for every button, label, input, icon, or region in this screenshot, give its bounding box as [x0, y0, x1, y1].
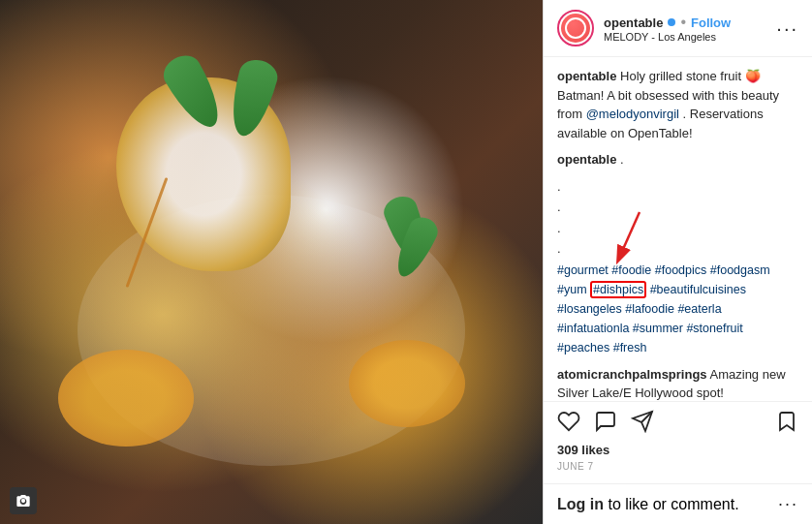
- comment-button[interactable]: [594, 410, 617, 437]
- verified-badge: [668, 18, 675, 26]
- post-header: opentable • Follow MELODY - Los Angeles …: [544, 0, 812, 57]
- separator: •: [680, 14, 686, 31]
- post-date: JUNE 7: [557, 461, 798, 472]
- dot-line-2: .: [557, 198, 798, 217]
- login-link[interactable]: Log in: [557, 496, 604, 512]
- main-caption: opentable Holy grilled stone fruit 🍑 Bat…: [557, 67, 798, 142]
- dot-sep: .: [620, 152, 624, 167]
- login-suffix: to like or comment.: [608, 496, 738, 512]
- hashtag-eaterla[interactable]: #eaterla: [677, 302, 721, 316]
- hashtag-lafoodie[interactable]: #lafoodie: [625, 302, 677, 316]
- actions-bar: 309 likes JUNE 7: [544, 401, 812, 483]
- post-username[interactable]: opentable: [604, 15, 663, 30]
- hashtag-losangeles[interactable]: #losangeles: [557, 302, 625, 316]
- follow-button[interactable]: Follow: [691, 15, 731, 30]
- hashtag-summer[interactable]: #summer: [633, 322, 687, 335]
- dot-line-1: .: [557, 177, 798, 197]
- secondary-username[interactable]: opentable: [557, 152, 616, 167]
- caption-username[interactable]: opentable: [557, 69, 616, 83]
- caption-area: opentable Holy grilled stone fruit 🍑 Bat…: [544, 57, 812, 401]
- hashtag-infatuationla[interactable]: #infatuationla: [557, 322, 633, 335]
- bookmark-button[interactable]: [775, 410, 798, 437]
- post-detail-panel: opentable • Follow MELODY - Los Angeles …: [543, 0, 812, 524]
- dot-line-3: .: [557, 219, 798, 238]
- comment-1-username[interactable]: atomicranchpalmsprings: [557, 367, 707, 382]
- avatar[interactable]: [557, 10, 594, 46]
- hashtag-gourmet[interactable]: #gourmet: [557, 263, 611, 277]
- login-bar: Log in to like or comment. ···: [544, 483, 812, 524]
- hashtag-foodie[interactable]: #foodie: [611, 263, 654, 277]
- login-more-options[interactable]: ···: [778, 494, 798, 514]
- hashtag-stonefruit[interactable]: #stonefruit: [686, 322, 742, 335]
- hashtag-beautifulcuisines[interactable]: #beautifulcuisines: [650, 283, 746, 296]
- hashtag-yum[interactable]: #yum: [557, 283, 590, 296]
- login-text: Log in to like or comment.: [557, 496, 739, 513]
- more-options-button[interactable]: ···: [776, 18, 798, 38]
- comment-1: atomicranchpalmsprings Amazing new Silve…: [557, 365, 798, 402]
- hashtags-block: #gourmet #foodie #foodpics #foodgasm #yu…: [557, 261, 798, 357]
- hashtag-fresh[interactable]: #fresh: [613, 341, 647, 354]
- share-button[interactable]: [631, 410, 654, 437]
- post-location: MELODY - Los Angeles: [604, 31, 766, 43]
- dot-line-4: .: [557, 239, 798, 259]
- mention-link[interactable]: @melodyonvirgil: [586, 107, 679, 121]
- like-button[interactable]: [557, 410, 580, 437]
- post-image: [0, 0, 543, 524]
- likes-count: 309 likes: [557, 443, 798, 457]
- hashtag-peaches[interactable]: #peaches: [557, 341, 613, 354]
- hashtag-dishpics[interactable]: #dishpics: [590, 281, 646, 298]
- camera-icon: [10, 487, 37, 514]
- hashtag-foodgasm[interactable]: #foodgasm: [710, 263, 770, 277]
- header-info: opentable • Follow MELODY - Los Angeles: [604, 14, 766, 43]
- secondary-caption: opentable .: [557, 150, 798, 170]
- hashtag-foodpics[interactable]: #foodpics: [655, 263, 710, 277]
